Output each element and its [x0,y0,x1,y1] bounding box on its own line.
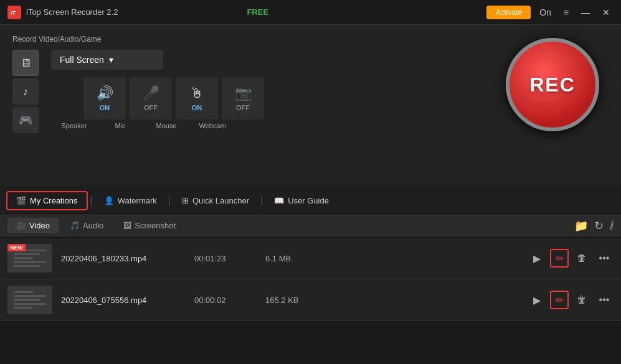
monitor-icon: 🖥 [20,57,31,70]
file-tab-audio[interactable]: 🎵 Audio [61,218,112,233]
my-creations-icon: 🎬 [16,196,26,205]
controls-row: 🔊 ON 🎤 OFF 🖱 ON [83,77,484,119]
divider-3: | [258,195,265,206]
table-row: 20220406_075556.mp4 00:00:02 165.2 KB ▶ … [0,279,621,321]
minimize-button[interactable]: — [577,6,594,19]
rec-section: REC [496,29,609,141]
dropdown-arrow: ▾ [109,55,113,65]
file-tab-screenshot[interactable]: 🖼 Screenshot [115,218,184,233]
activate-button[interactable]: Activate [486,6,531,19]
game-mode-btn[interactable]: 🎮 [12,107,39,133]
file-name-2: 20220406_075556.mp4 [61,296,186,305]
title-bar: iT iTop Screen Recorder 2.2 FREE Activat… [0,0,621,25]
file-row-actions-1: ▶ ✏ 🗑 ••• [528,249,614,268]
screen-mode-btn[interactable]: 🖥 [12,50,39,76]
thumb-line [14,265,40,267]
mouse-status: ON [192,104,202,111]
file-duration-1: 00:01:23 [194,254,257,263]
play-button-2[interactable]: ▶ [528,291,546,309]
screenshot-tab-icon: 🖼 [123,221,131,230]
screen-mode-label: Full Screen [60,55,104,65]
play-button-1[interactable]: ▶ [528,249,546,268]
rec-button[interactable]: REC [506,38,599,131]
mic-label: Mic [97,122,143,129]
user-guide-icon: 📖 [274,196,284,205]
menu-button[interactable]: ≡ [560,6,572,19]
screen-select[interactable]: Full Screen ▾ [51,50,163,70]
my-creations-label: My Creations [30,196,78,205]
watermark-label: Watermark [118,196,157,205]
file-row-actions-2: ▶ ✏ 🗑 ••• [528,291,614,309]
file-name-1: 20220406_180233.mp4 [61,254,186,263]
audio-mode-btn[interactable]: ♪ [12,78,39,105]
file-tab-bar: 🎥 Video 🎵 Audio 🖼 Screenshot 📁 ↻ ⅈ [0,214,621,238]
mouse-label: Mouse [143,122,189,129]
thumb-line [14,299,40,301]
screenshot-tab-label: Screenshot [135,221,176,230]
file-list: NEW 20220406_180233.mp4 00:01:23 6.1 MB … [0,238,621,321]
mic-status: OFF [144,104,158,111]
toggle-button[interactable]: On [536,6,555,19]
thumb-line [14,303,46,305]
edit-button-2[interactable]: ✏ [550,291,569,309]
webcam-control[interactable]: 📷 OFF [222,77,264,119]
title-bar-controls: Activate On ≡ — ✕ [486,6,614,19]
tab-my-creations[interactable]: 🎬 My Creations [6,191,88,210]
delete-button-1[interactable]: 🗑 [572,249,591,268]
svg-text:iT: iT [11,10,16,16]
table-row: NEW 20220406_180233.mp4 00:01:23 6.1 MB … [0,238,621,279]
refresh-button[interactable]: ↻ [594,219,604,233]
divider-1: | [88,195,95,206]
control-labels: Speaker Mic Mouse Webcam [51,122,484,129]
main-area: Record Video/Audio/Game 🖥 ♪ 🎮 [0,25,621,187]
video-tab-label: Video [29,221,50,230]
record-controls-panel: Full Screen ▾ 🔊 ON 🎤 [51,50,484,129]
file-thumbnail-1: NEW [7,244,52,273]
left-panel: Record Video/Audio/Game 🖥 ♪ 🎮 [12,35,484,133]
mic-control[interactable]: 🎤 OFF [130,77,172,119]
mouse-control[interactable]: 🖱 ON [176,77,218,119]
file-size-1: 6.1 MB [265,254,519,263]
webcam-status: OFF [236,104,250,111]
delete-button-2[interactable]: 🗑 [572,291,591,309]
file-size-2: 165.2 KB [265,296,519,305]
app-logo: iT [7,6,21,19]
music-icon: ♪ [23,85,29,98]
gamepad-icon: 🎮 [19,113,32,127]
speaker-label: Speaker [51,122,97,129]
thumb-line [14,257,33,259]
video-tab-icon: 🎥 [16,221,26,230]
file-thumbnail-2 [7,286,52,314]
webcam-label: Webcam [189,122,235,129]
tab-nav: 🎬 My Creations | 👤 Watermark | ⊞ Quick L… [0,187,621,214]
audio-tab-icon: 🎵 [70,221,80,230]
mouse-icon: 🖱 [190,85,204,101]
quick-launcher-label: Quick Launcher [192,196,249,205]
free-label: FREE [247,7,268,17]
thumb-line [14,253,40,255]
speaker-icon: 🔊 [97,85,113,101]
edit-button-1[interactable]: ✏ [550,249,569,268]
thumb-line [14,295,46,297]
record-label: Record Video/Audio/Game [12,35,484,44]
new-badge: NEW [7,244,26,251]
more-button-1[interactable]: ••• [595,249,614,268]
thumb-line [14,261,46,263]
speaker-status: ON [100,104,110,111]
tab-user-guide[interactable]: 📖 User Guide [265,192,338,209]
tab-watermark[interactable]: 👤 Watermark [95,192,166,209]
mode-buttons: 🖥 ♪ 🎮 [12,50,39,133]
info-button[interactable]: ⅈ [610,219,614,233]
thumb-line [14,307,33,309]
file-tab-video[interactable]: 🎥 Video [7,218,59,233]
open-folder-button[interactable]: 📁 [574,219,588,233]
mic-icon: 🎤 [143,85,159,101]
file-duration-2: 00:00:02 [194,296,257,305]
speaker-control[interactable]: 🔊 ON [83,77,126,119]
more-button-2[interactable]: ••• [595,291,614,309]
tab-quick-launcher[interactable]: ⊞ Quick Launcher [173,192,258,209]
app-name: iTop Screen Recorder 2.2 [26,7,244,17]
user-guide-label: User Guide [288,196,329,205]
close-button[interactable]: ✕ [599,6,614,19]
divider-2: | [166,195,173,206]
